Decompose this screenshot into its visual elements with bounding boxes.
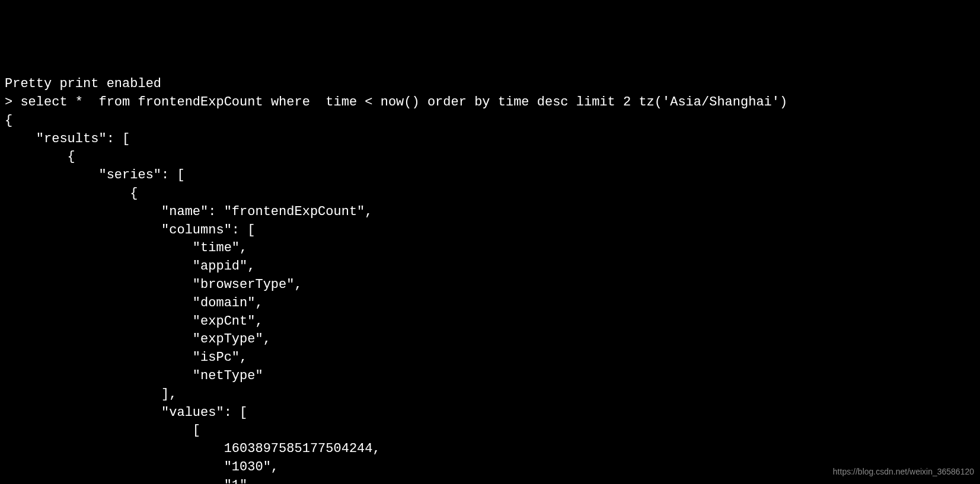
- json-line: {: [5, 186, 138, 201]
- json-line: "series": [: [5, 168, 185, 182]
- json-line: "appid",: [5, 259, 255, 274]
- prompt-char: >: [5, 95, 20, 110]
- terminal-output: Pretty print enabled > select * from fro…: [5, 75, 975, 484]
- json-line: "netType": [5, 368, 263, 383]
- pretty-print-status: Pretty print enabled: [5, 76, 161, 91]
- json-line: "1",: [5, 478, 255, 484]
- json-line: "domain",: [5, 296, 263, 310]
- json-line: "isPc",: [5, 350, 247, 365]
- json-line: "1030",: [5, 460, 279, 475]
- json-line: "columns": [: [5, 223, 255, 238]
- watermark-text: https://blog.csdn.net/weixin_36586120: [833, 466, 974, 478]
- json-line: "values": [: [5, 405, 247, 420]
- json-line: ],: [5, 387, 177, 402]
- json-line: "name": "frontendExpCount",: [5, 204, 373, 219]
- sql-query[interactable]: select * from frontendExpCount where tim…: [20, 95, 787, 110]
- json-line: "browserType",: [5, 277, 302, 292]
- json-line: "expType",: [5, 332, 271, 347]
- json-line: {: [5, 149, 75, 164]
- json-line: "time",: [5, 241, 247, 255]
- json-line: 1603897585177504244,: [5, 441, 381, 456]
- json-line: {: [5, 113, 12, 128]
- json-line: "expCnt",: [5, 314, 263, 329]
- json-line: "results": [: [5, 132, 130, 146]
- json-line: [: [5, 423, 200, 438]
